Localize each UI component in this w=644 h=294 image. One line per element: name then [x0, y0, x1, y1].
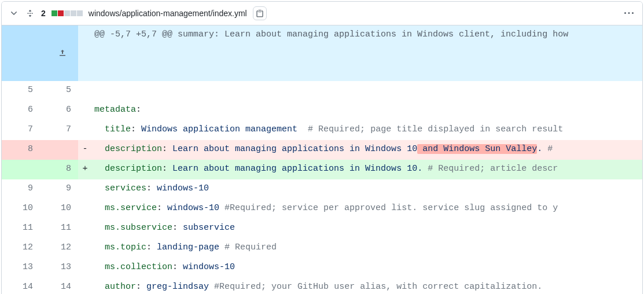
- drag-handle-icon[interactable]: [25, 8, 35, 19]
- line-number-left[interactable]: 13: [2, 258, 40, 278]
- line-number-right[interactable]: 8: [40, 160, 78, 179]
- diff-context-row: 11 11 ms.subservice: subservice: [2, 219, 642, 238]
- line-number-right[interactable]: 7: [40, 120, 78, 140]
- diff-table: @@ -5,7 +5,7 @@ summary: Learn about man…: [2, 25, 642, 294]
- line-number-right[interactable]: 5: [40, 81, 78, 101]
- code-line: ms.service: windows-10 #Required; servic…: [92, 199, 642, 219]
- diff-context-row: 12 12 ms.topic: landing-page # Required: [2, 238, 642, 258]
- diffstat: [51, 10, 83, 16]
- diffstat-neutral-square: [77, 10, 83, 16]
- file-header: 2 windows/application-management/index.y…: [2, 2, 642, 25]
- diff-context-row: 13 13 ms.collection: windows-10: [2, 258, 642, 278]
- diff-sign-minus: -: [78, 140, 92, 160]
- code-line: [92, 81, 642, 101]
- diff-context-row: 5 5: [2, 81, 642, 101]
- diffstat-add-square: [51, 10, 57, 16]
- line-number-left[interactable]: [2, 160, 40, 179]
- expand-hunk-up[interactable]: [2, 25, 78, 81]
- line-number-left[interactable]: 5: [2, 81, 40, 101]
- line-number-right[interactable]: 13: [40, 258, 78, 278]
- chevron-down-icon: [9, 9, 19, 18]
- code-line: author: greg-lindsay #Required; your Git…: [92, 278, 642, 294]
- unfold-icon: [26, 9, 34, 17]
- line-number-left[interactable]: 6: [2, 101, 40, 120]
- diff-context-row: 9 9 services: windows-10: [2, 179, 642, 199]
- code-line: ms.topic: landing-page # Required: [92, 238, 642, 258]
- code-line: description: Learn about managing applic…: [92, 140, 642, 160]
- code-line: title: Windows application management # …: [92, 120, 642, 140]
- diffstat-neutral-square: [64, 10, 70, 16]
- file-path[interactable]: windows/application-management/index.yml: [89, 9, 247, 18]
- copy-path-button[interactable]: [253, 6, 267, 20]
- file-actions-menu[interactable]: [623, 7, 635, 20]
- line-number-left[interactable]: 10: [2, 199, 40, 219]
- diff-context-row: 10 10 ms.service: windows-10 #Required; …: [2, 199, 642, 219]
- code-line: services: windows-10: [92, 179, 642, 199]
- code-line: description: Learn about managing applic…: [92, 160, 642, 179]
- clipboard-icon: [256, 9, 264, 17]
- line-number-right[interactable]: 11: [40, 219, 78, 238]
- line-number-left[interactable]: 8: [2, 140, 40, 160]
- deleted-text-highlight: and Windows Sun Valley: [417, 144, 537, 154]
- diff-context-row: 7 7 title: Windows application managemen…: [2, 120, 642, 140]
- line-number-left[interactable]: 9: [2, 179, 40, 199]
- line-number-left[interactable]: 14: [2, 278, 40, 294]
- code-line: ms.subservice: subservice: [92, 219, 642, 238]
- code-line: metadata:: [92, 101, 642, 120]
- collapse-toggle[interactable]: [9, 8, 19, 19]
- change-count: 2: [41, 9, 46, 18]
- line-number-left[interactable]: 7: [2, 120, 40, 140]
- diff-file: 2 windows/application-management/index.y…: [1, 1, 643, 294]
- diff-context-row: 14 14 author: greg-lindsay #Required; yo…: [2, 278, 642, 294]
- line-number-right[interactable]: 6: [40, 101, 78, 120]
- kebab-icon: [624, 9, 634, 18]
- hunk-header-text: @@ -5,7 +5,7 @@ summary: Learn about man…: [92, 25, 642, 81]
- line-number-left[interactable]: 12: [2, 238, 40, 258]
- diffstat-del-square: [58, 10, 64, 16]
- expand-up-icon: [58, 48, 67, 57]
- line-number-right[interactable]: 9: [40, 179, 78, 199]
- line-number-right[interactable]: 12: [40, 238, 78, 258]
- line-number-right[interactable]: 10: [40, 199, 78, 219]
- diff-deletion-row: 8 - description: Learn about managing ap…: [2, 140, 642, 160]
- diff-context-row: 6 6 metadata:: [2, 101, 642, 120]
- line-number-right[interactable]: 14: [40, 278, 78, 294]
- diffstat-neutral-square: [71, 10, 76, 16]
- diff-addition-row: 8 + description: Learn about managing ap…: [2, 160, 642, 179]
- diff-sign-plus: +: [78, 160, 92, 179]
- line-number-right[interactable]: [40, 140, 78, 160]
- code-line: ms.collection: windows-10: [92, 258, 642, 278]
- hunk-header-row: @@ -5,7 +5,7 @@ summary: Learn about man…: [2, 25, 642, 81]
- line-number-left[interactable]: 11: [2, 219, 40, 238]
